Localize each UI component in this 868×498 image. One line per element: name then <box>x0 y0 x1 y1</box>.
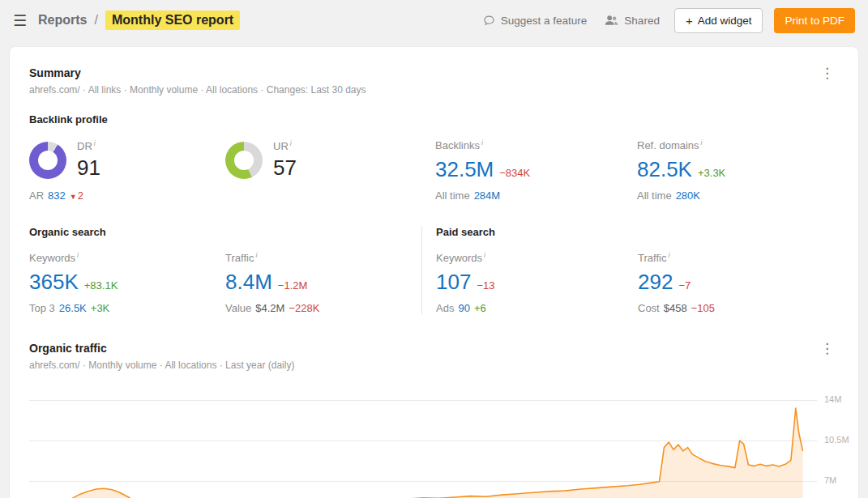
organic-traffic-widget: Organic traffic ahrefs.com/ · Monthly vo… <box>29 342 839 498</box>
summary-widget: Summary ahrefs.com/ · All links · Monthl… <box>29 66 839 314</box>
paid-search-section-title: Paid search <box>436 226 839 238</box>
people-icon <box>605 15 618 26</box>
ads-value[interactable]: 90 <box>458 302 469 314</box>
backlinks-label: Backlinksi <box>435 138 637 155</box>
top3-delta: +3K <box>91 302 110 314</box>
suggest-feature-label: Suggest a feature <box>501 15 588 27</box>
ref-domains-value[interactable]: 82.5K <box>637 157 692 182</box>
backlinks-value[interactable]: 32.5M <box>435 157 494 182</box>
organic-keywords-label: Keywordsi <box>29 251 225 267</box>
organic-search-section-title: Organic search <box>29 226 421 238</box>
ur-metric: URi 57 <box>225 138 435 202</box>
print-pdf-button[interactable]: Print to PDF <box>774 8 855 33</box>
value-amount: $4.2M <box>255 302 284 314</box>
traffic-line-chart <box>29 382 817 498</box>
down-triangle-icon: ▼ <box>70 193 77 201</box>
paid-keywords-delta: −13 <box>477 279 494 292</box>
organic-traffic-subtitle: ahrefs.com/ · Monthly volume · All locat… <box>29 360 294 371</box>
ar-row: AR 832 ▼2 <box>29 189 225 202</box>
organic-traffic-value[interactable]: 8.4M <box>225 270 272 295</box>
ref-domains-alltime-value[interactable]: 280K <box>676 189 700 202</box>
ur-value: 57 <box>273 155 297 181</box>
paid-traffic-label: Traffici <box>638 251 839 267</box>
paid-keywords-label: Keywordsi <box>436 251 638 267</box>
paid-traffic-subrow: Cost $458 −105 <box>638 302 839 314</box>
ar-delta: ▼2 <box>70 189 83 202</box>
organic-keywords-subrow: Top 3 26.5K +3K <box>29 302 225 314</box>
report-card: Summary ahrefs.com/ · All links · Monthl… <box>10 47 858 498</box>
breadcrumb: Reports / Monthly SEO report <box>38 11 240 30</box>
cost-value: $458 <box>664 302 687 314</box>
dr-metric: DRi 91 AR 832 ▼2 <box>29 138 225 202</box>
breadcrumb-current-report-name[interactable]: Monthly SEO report <box>105 11 240 30</box>
top-bar: ☰ Reports / Monthly SEO report Suggest a… <box>0 0 868 40</box>
paid-keywords-subrow: Ads 90 +6 <box>436 302 638 314</box>
organic-keywords-delta: +83.1K <box>84 279 118 292</box>
paid-traffic-metric: Traffici 292 −7 Cost $458 −105 <box>638 251 839 314</box>
organic-keywords-metric: Keywordsi 365K +83.1K Top 3 26.5K +3K <box>29 251 225 314</box>
backlinks-alltime-value[interactable]: 284M <box>474 189 501 202</box>
add-widget-label: Add widget <box>698 15 752 27</box>
speech-bubble-icon <box>483 15 495 27</box>
suggest-feature-button[interactable]: Suggest a feature <box>480 10 591 32</box>
cost-label: Cost <box>638 302 660 314</box>
ar-label: AR <box>29 189 44 202</box>
info-icon[interactable]: i <box>77 251 79 259</box>
ref-domains-label: Ref. domainsi <box>637 138 839 155</box>
alltime-label: All time <box>435 189 470 202</box>
backlinks-metric: Backlinksi 32.5M −834K All time 284M <box>435 138 637 202</box>
info-icon[interactable]: i <box>94 139 96 147</box>
organic-traffic-metric: Traffici 8.4M −1.2M Value $4.2M −228K <box>225 251 421 314</box>
ur-donut-chart <box>225 142 263 179</box>
summary-subtitle: ahrefs.com/ · All links · Monthly volume… <box>29 84 366 96</box>
y-axis-label: 7M <box>824 475 836 485</box>
backlink-profile-section-title: Backlink profile <box>29 113 839 126</box>
ar-value[interactable]: 832 <box>48 189 66 202</box>
summary-kebab-menu-icon[interactable]: ⋮ <box>815 66 839 80</box>
top3-value[interactable]: 26.5K <box>59 302 87 314</box>
info-icon[interactable]: i <box>668 251 669 259</box>
organic-traffic-subrow: Value $4.2M −228K <box>225 302 421 314</box>
ads-delta: +6 <box>474 302 486 314</box>
cost-delta: −105 <box>691 302 715 314</box>
breadcrumb-reports-link[interactable]: Reports <box>38 13 87 28</box>
organic-traffic-kebab-menu-icon[interactable]: ⋮ <box>815 342 839 355</box>
organic-traffic-chart[interactable]: 14M 10.5M 7M <box>29 382 839 498</box>
value-delta: −228K <box>289 302 319 314</box>
info-icon[interactable]: i <box>481 138 483 147</box>
menu-icon[interactable]: ☰ <box>13 13 27 28</box>
value-label: Value <box>225 302 251 314</box>
y-axis-label: 10.5M <box>824 435 849 445</box>
backlink-profile-metrics-row: DRi 91 AR 832 ▼2 URi 57 <box>29 138 839 202</box>
shared-label: Shared <box>624 15 660 27</box>
organic-keywords-value[interactable]: 365K <box>29 270 79 295</box>
organic-search-section: Organic search Keywordsi 365K +83.1K Top… <box>29 226 421 314</box>
backlinks-alltime-row: All time 284M <box>435 189 637 202</box>
paid-keywords-value[interactable]: 107 <box>436 270 471 295</box>
ref-domains-delta: +3.3K <box>698 167 725 179</box>
plus-icon: + <box>686 15 693 27</box>
breadcrumb-separator: / <box>95 13 98 28</box>
info-icon[interactable]: i <box>484 251 485 259</box>
info-icon[interactable]: i <box>290 139 292 147</box>
paid-keywords-metric: Keywordsi 107 −13 Ads 90 +6 <box>436 251 638 314</box>
dr-label: DRi <box>77 139 100 155</box>
alltime-label: All time <box>637 189 672 202</box>
shared-button[interactable]: Shared <box>601 10 663 32</box>
y-axis-label: 14M <box>824 394 841 404</box>
search-metrics-row: Organic search Keywordsi 365K +83.1K Top… <box>29 226 839 314</box>
summary-title: Summary <box>29 66 366 79</box>
paid-traffic-value[interactable]: 292 <box>638 270 673 295</box>
add-widget-button[interactable]: + Add widget <box>674 8 763 33</box>
organic-traffic-label: Traffici <box>225 251 421 267</box>
top3-label: Top 3 <box>29 302 55 314</box>
ads-label: Ads <box>436 302 454 314</box>
paid-search-section: Paid search Keywordsi 107 −13 Ads 90 +6 <box>421 226 839 314</box>
backlinks-delta: −834K <box>499 167 530 179</box>
dr-donut-chart <box>29 142 66 179</box>
organic-traffic-delta: −1.2M <box>278 279 308 292</box>
info-icon[interactable]: i <box>255 251 257 259</box>
paid-traffic-delta: −7 <box>678 279 691 292</box>
info-icon[interactable]: i <box>701 138 703 147</box>
ur-label: URi <box>273 139 297 155</box>
